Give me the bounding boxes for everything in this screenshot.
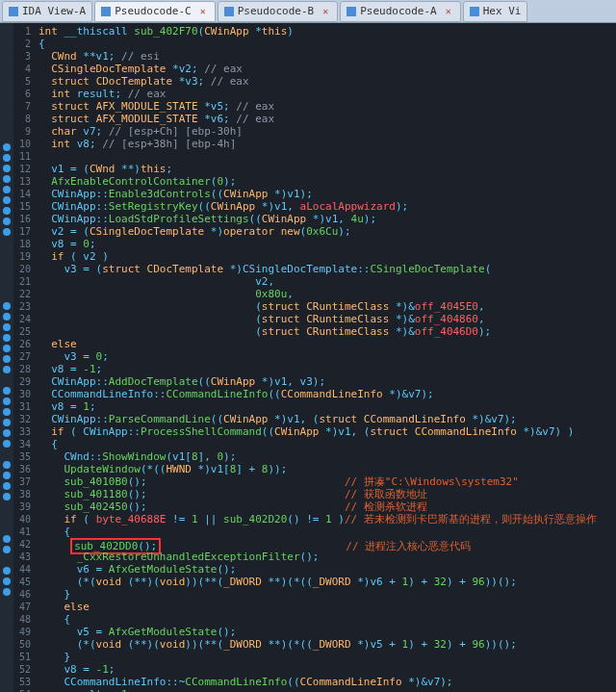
code-line[interactable]: CWinApp::LoadStdProfileSettings((CWinApp… xyxy=(38,213,612,225)
breakpoint-column[interactable] xyxy=(0,23,13,692)
code-line[interactable]: (struct CRuntimeClass *)&off_4045E0, xyxy=(38,300,612,313)
code-line[interactable]: v2 = (CSingleDocTemplate *)operator new(… xyxy=(38,225,612,238)
breakpoint-dot[interactable] xyxy=(3,80,11,88)
code-line[interactable]: CCommandLineInfo::CCommandLineInfo((CCom… xyxy=(38,388,612,400)
tab-ida-view-a[interactable]: IDA View-A xyxy=(2,1,92,22)
breakpoint-dot[interactable] xyxy=(3,38,11,45)
breakpoint-dot[interactable] xyxy=(3,493,11,500)
code-line[interactable]: sub_402DD0(); // 进程注入核心恶意代码 xyxy=(38,538,612,551)
breakpoint-dot[interactable] xyxy=(3,69,11,77)
breakpoint-dot[interactable] xyxy=(3,408,11,416)
breakpoint-dot[interactable] xyxy=(3,387,11,395)
breakpoint-dot[interactable] xyxy=(3,334,11,342)
code-line[interactable]: struct CDocTemplate *v3; // eax xyxy=(38,75,612,88)
code-line[interactable]: v3 = (struct CDocTemplate *)CSingleDocTe… xyxy=(38,263,612,275)
breakpoint-dot[interactable] xyxy=(3,535,11,543)
code-line[interactable]: CWinApp::SetRegistryKey((CWinApp *)v1, a… xyxy=(38,200,612,213)
code-line[interactable]: int v8; // [esp+38h] [ebp-4h] xyxy=(38,138,612,150)
code-line[interactable]: v1 = (CWnd **)this; xyxy=(38,163,612,175)
breakpoint-dot[interactable] xyxy=(3,567,11,575)
breakpoint-dot[interactable] xyxy=(3,228,11,236)
code-line[interactable]: CWnd::ShowWindow(v1[8], 0); xyxy=(38,450,612,463)
tab-pseudocode-b[interactable]: Pseudocode-B ✕ xyxy=(218,1,338,22)
code-line[interactable]: struct AFX_MODULE_STATE *v6; // eax xyxy=(38,113,612,125)
breakpoint-dot[interactable] xyxy=(3,503,11,511)
code-line[interactable]: sub_401180(); // 获取函数地址 xyxy=(38,488,612,500)
code-line[interactable]: sub_402450(); // 检测杀软进程 xyxy=(38,500,612,513)
code-line[interactable]: } xyxy=(38,651,612,663)
breakpoint-dot[interactable] xyxy=(3,419,11,426)
close-icon[interactable]: ✕ xyxy=(197,6,209,17)
code-line[interactable]: v5 = AfxGetModuleState(); xyxy=(38,626,612,638)
breakpoint-dot[interactable] xyxy=(3,440,11,448)
tab-hex[interactable]: Hex Vi xyxy=(463,1,528,22)
breakpoint-dot[interactable] xyxy=(3,577,11,585)
code-line[interactable]: (*(void (**)(void))(**(_DWORD **)(*((_DW… xyxy=(38,638,612,651)
code-line[interactable]: if ( CWinApp::ProcessShellCommand((CWinA… xyxy=(38,425,612,438)
breakpoint-dot[interactable] xyxy=(3,249,11,257)
tab-pseudocode-a[interactable]: Pseudocode-A ✕ xyxy=(340,1,460,22)
close-icon[interactable]: ✕ xyxy=(443,6,454,17)
code-line[interactable]: (struct CRuntimeClass *)&off_4046D0); xyxy=(38,325,612,338)
code-line[interactable]: { xyxy=(38,438,612,450)
code-line[interactable]: { xyxy=(38,613,612,626)
breakpoint-dot[interactable] xyxy=(3,122,11,130)
code-line[interactable]: v3 = 0; xyxy=(38,350,612,363)
code-line[interactable]: v8 = 0; xyxy=(38,238,612,250)
breakpoint-dot[interactable] xyxy=(3,196,11,204)
breakpoint-dot[interactable] xyxy=(3,239,11,246)
code-line[interactable]: if ( v2 ) xyxy=(38,250,612,263)
breakpoint-dot[interactable] xyxy=(3,281,11,289)
code-line[interactable]: else xyxy=(38,338,612,350)
breakpoint-dot[interactable] xyxy=(3,323,11,331)
code-line[interactable]: (struct CRuntimeClass *)&off_404860, xyxy=(38,313,612,325)
code-line[interactable]: UpdateWindow(*((HWND *)v1[8] + 8)); xyxy=(38,463,612,475)
code-line[interactable] xyxy=(38,150,612,163)
code-line[interactable]: { xyxy=(38,525,612,538)
code-line[interactable]: v6 = AfxGetModuleState(); xyxy=(38,563,612,576)
breakpoint-dot[interactable] xyxy=(3,143,11,151)
breakpoint-dot[interactable] xyxy=(3,482,11,490)
code-line[interactable]: CWinApp::AddDocTemplate((CWinApp *)v1, v… xyxy=(38,375,612,388)
code-area[interactable]: int __thiscall sub_402F70(CWinApp *this)… xyxy=(35,23,616,692)
breakpoint-dot[interactable] xyxy=(3,186,11,193)
breakpoint-dot[interactable] xyxy=(3,556,11,564)
breakpoint-dot[interactable] xyxy=(3,165,11,172)
code-line[interactable]: } xyxy=(38,588,612,601)
code-line[interactable]: AfxEnableControlContainer(0); xyxy=(38,175,612,188)
breakpoint-dot[interactable] xyxy=(3,525,11,532)
code-line[interactable]: CWnd **v1; // esi xyxy=(38,50,612,63)
code-line[interactable]: 0x80u, xyxy=(38,288,612,300)
code-line[interactable]: CWinApp::Enable3dControls((CWinApp *)v1)… xyxy=(38,188,612,200)
code-line[interactable]: v8 = -1; xyxy=(38,363,612,375)
code-line[interactable]: int result; // eax xyxy=(38,88,612,100)
breakpoint-dot[interactable] xyxy=(3,292,11,299)
code-line[interactable]: if ( byte_40688E != 1 || sub_402D20() !=… xyxy=(38,513,612,525)
code-line[interactable]: struct AFX_MODULE_STATE *v5; // eax xyxy=(38,100,612,113)
breakpoint-dot[interactable] xyxy=(3,218,11,225)
breakpoint-dot[interactable] xyxy=(3,270,11,278)
breakpoint-dot[interactable] xyxy=(3,48,11,56)
breakpoint-dot[interactable] xyxy=(3,59,11,66)
breakpoint-dot[interactable] xyxy=(3,461,11,469)
code-line[interactable]: result = 1; xyxy=(38,688,612,692)
breakpoint-dot[interactable] xyxy=(3,376,11,384)
breakpoint-dot[interactable] xyxy=(3,260,11,268)
code-line[interactable]: sub_4010B0(); // 拼凑"C:\Windows\system32" xyxy=(38,475,612,488)
code-line[interactable]: char v7; // [esp+Ch] [ebp-30h] xyxy=(38,125,612,138)
breakpoint-dot[interactable] xyxy=(3,514,11,522)
code-line[interactable]: CWinApp::ParseCommandLine((CWinApp *)v1,… xyxy=(38,413,612,425)
breakpoint-dot[interactable] xyxy=(3,472,11,479)
breakpoint-dot[interactable] xyxy=(3,101,11,109)
code-line[interactable]: int __thiscall sub_402F70(CWinApp *this) xyxy=(38,25,612,38)
breakpoint-dot[interactable] xyxy=(3,345,11,352)
breakpoint-dot[interactable] xyxy=(3,90,11,98)
breakpoint-dot[interactable] xyxy=(3,207,11,215)
breakpoint-dot[interactable] xyxy=(3,154,11,162)
breakpoint-dot[interactable] xyxy=(3,355,11,363)
code-line[interactable]: CSingleDocTemplate *v2; // eax xyxy=(38,63,612,75)
breakpoint-dot[interactable] xyxy=(3,397,11,405)
breakpoint-dot[interactable] xyxy=(3,366,11,373)
code-line[interactable]: CCommandLineInfo::~CCommandLineInfo((CCo… xyxy=(38,676,612,688)
code-line[interactable]: (*(void (**)(void))(**(_DWORD **)(*((_DW… xyxy=(38,576,612,588)
